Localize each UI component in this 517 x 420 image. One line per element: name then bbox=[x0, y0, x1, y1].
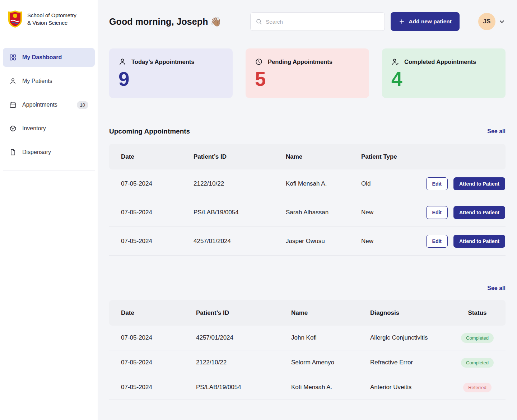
table-header-row: Date Patient’s ID Name Diagnosis Status bbox=[109, 300, 506, 326]
search-box bbox=[250, 12, 385, 31]
calendar-icon bbox=[9, 101, 17, 108]
cell-patient-id: 4257/01/2024 bbox=[194, 238, 286, 245]
cell-name: Jasper Owusu bbox=[286, 238, 361, 245]
edit-button[interactable]: Edit bbox=[426, 206, 448, 219]
col-header-name: Name bbox=[291, 309, 370, 317]
org-name-line2: & Vision Science bbox=[27, 19, 76, 27]
stat-label: Today’s Appointments bbox=[131, 59, 194, 65]
add-new-patient-button[interactable]: Add new patient bbox=[391, 12, 460, 31]
status-badge: Completed bbox=[461, 358, 494, 368]
stat-value: 9 bbox=[118, 69, 223, 89]
cell-name: Kofi Mensah A. bbox=[286, 180, 361, 187]
document-icon bbox=[9, 149, 17, 156]
stat-card-header: Pending Appointments bbox=[255, 58, 360, 66]
cell-date: 07-05-2024 bbox=[121, 359, 196, 366]
attend-to-patient-button[interactable]: Attend to Patient bbox=[453, 177, 505, 190]
attend-to-patient-button[interactable]: Attend to Patient bbox=[453, 235, 505, 248]
school-crest-icon bbox=[7, 10, 23, 28]
edit-button[interactable]: Edit bbox=[426, 235, 448, 248]
cell-date: 07-05-2024 bbox=[121, 209, 194, 216]
edit-button[interactable]: Edit bbox=[426, 177, 448, 190]
search-icon bbox=[256, 18, 262, 25]
cell-patient-id: 2122/10/22 bbox=[196, 359, 291, 366]
cell-patient-id: PS/LAB/19/0054 bbox=[196, 384, 291, 391]
table-row: 07-05-2024 PS/LAB/19/0054 Kofi Mensah A.… bbox=[109, 375, 506, 400]
org-name-line1: School of Optometry bbox=[27, 11, 76, 19]
cell-diagnosis: Anterior Uveitis bbox=[370, 384, 449, 391]
col-header-patient-type: Patient Type bbox=[361, 153, 411, 160]
sidebar-item-label: My Dashboard bbox=[22, 54, 62, 61]
wave-emoji: 👋🏽 bbox=[210, 17, 222, 27]
sidebar-item-label: Appointments bbox=[22, 102, 57, 108]
col-header-date: Date bbox=[121, 309, 196, 317]
stat-card-today: Today’s Appointments 9 bbox=[109, 48, 233, 98]
stat-value: 4 bbox=[391, 69, 496, 89]
cell-patient-type: New bbox=[361, 209, 411, 216]
person-icon bbox=[9, 78, 17, 85]
table-row: 07-05-2024 2122/10/22 Selorm Amenyo Refr… bbox=[109, 350, 506, 375]
sidebar-item-dashboard[interactable]: My Dashboard bbox=[3, 48, 95, 67]
cell-patient-id: 4257/01/2024 bbox=[196, 334, 291, 341]
col-header-patient-id: Patient’s ID bbox=[194, 153, 286, 160]
sidebar-item-label: Dispensary bbox=[22, 149, 51, 155]
sidebar-item-dispensary[interactable]: Dispensary bbox=[3, 143, 95, 162]
cell-patient-id: PS/LAB/19/0054 bbox=[194, 209, 286, 216]
stat-card-header: Today’s Appointments bbox=[118, 58, 223, 66]
upcoming-appointments-table: Date Patient’s ID Name Patient Type 07-0… bbox=[109, 144, 506, 256]
stat-value: 5 bbox=[255, 69, 360, 89]
recent-appointments-table: Date Patient’s ID Name Diagnosis Status … bbox=[109, 300, 506, 400]
school-logo-block: School of Optometry & Vision Science bbox=[0, 0, 98, 28]
col-header-date: Date bbox=[121, 153, 194, 160]
user-menu[interactable]: JS bbox=[478, 13, 506, 30]
attend-to-patient-button[interactable]: Attend to Patient bbox=[453, 206, 505, 219]
dashboard-grid-icon bbox=[9, 54, 17, 61]
sidebar-item-label: Inventory bbox=[22, 125, 46, 132]
cell-name: Selorm Amenyo bbox=[291, 359, 370, 366]
person-check-icon bbox=[391, 58, 399, 66]
cell-diagnosis: Refractive Error bbox=[370, 359, 449, 366]
sidebar-item-label: My Patients bbox=[22, 78, 52, 84]
upcoming-appointments-section: Upcoming Appointments See all Date Patie… bbox=[109, 127, 506, 256]
cell-patient-type: Old bbox=[361, 180, 411, 187]
cell-date: 07-05-2024 bbox=[121, 180, 194, 187]
stat-cards: Today’s Appointments 9 Pending Appointme… bbox=[109, 48, 506, 98]
stat-label: Completed Appointments bbox=[404, 59, 476, 65]
section-title: Upcoming Appointments bbox=[109, 127, 190, 135]
sidebar: School of Optometry & Vision Science My … bbox=[0, 0, 98, 420]
cell-patient-type: New bbox=[361, 238, 411, 245]
sidebar-item-inventory[interactable]: Inventory bbox=[3, 119, 95, 138]
clock-icon bbox=[255, 58, 263, 66]
main-content: Good morning, Joseph👋🏽 Add new patient J… bbox=[98, 0, 517, 420]
cell-date: 07-05-2024 bbox=[121, 384, 196, 391]
sidebar-nav: My Dashboard My Patients Appointments 10 bbox=[0, 48, 98, 162]
search-input[interactable] bbox=[266, 19, 379, 25]
recent-appointments-section: See all Date Patient’s ID Name Diagnosis… bbox=[109, 285, 506, 400]
sidebar-item-patients[interactable]: My Patients bbox=[3, 72, 95, 90]
col-header-name: Name bbox=[286, 153, 361, 160]
stat-card-header: Completed Appointments bbox=[391, 58, 496, 66]
stat-card-pending: Pending Appointments 5 bbox=[246, 48, 369, 98]
col-header-status: Status bbox=[449, 309, 506, 317]
stat-label: Pending Appointments bbox=[268, 59, 332, 65]
org-name: School of Optometry & Vision Science bbox=[27, 11, 76, 27]
sidebar-item-appointments[interactable]: Appointments 10 bbox=[3, 95, 95, 114]
avatar[interactable]: JS bbox=[478, 13, 495, 30]
cell-name: Sarah Alhassan bbox=[286, 209, 361, 216]
greeting-text: Good morning, Joseph bbox=[109, 17, 208, 27]
cell-diagnosis: Allergic Conjunctivitis bbox=[370, 334, 449, 341]
cell-date: 07-05-2024 bbox=[121, 334, 196, 341]
chevron-down-icon[interactable] bbox=[498, 18, 506, 25]
add-new-patient-label: Add new patient bbox=[409, 18, 452, 25]
col-header-patient-id: Patient’s ID bbox=[196, 309, 291, 317]
cell-name: John Kofi bbox=[291, 334, 370, 341]
plus-icon bbox=[399, 18, 405, 25]
stat-card-completed: Completed Appointments 4 bbox=[382, 48, 506, 98]
appointments-count-badge: 10 bbox=[77, 101, 88, 109]
see-all-link[interactable]: See all bbox=[487, 128, 506, 135]
col-header-diagnosis: Diagnosis bbox=[370, 309, 449, 317]
sidebar-divider bbox=[3, 170, 95, 171]
see-all-link[interactable]: See all bbox=[487, 285, 506, 291]
status-badge: Completed bbox=[461, 333, 494, 343]
status-badge: Referred bbox=[463, 383, 492, 392]
greeting-title: Good morning, Joseph👋🏽 bbox=[109, 17, 222, 27]
